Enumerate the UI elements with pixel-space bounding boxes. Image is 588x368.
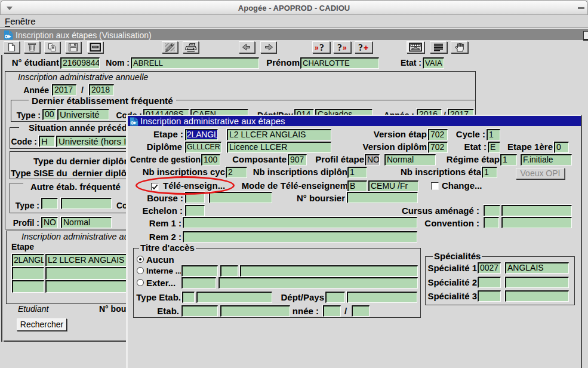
svg-text:»: » [343, 44, 347, 52]
svg-text:?: ? [337, 42, 342, 53]
svg-text:+: + [364, 43, 368, 53]
svg-text:?: ? [358, 42, 363, 53]
svg-text:?: ? [319, 42, 324, 53]
svg-text:»: » [315, 44, 319, 52]
